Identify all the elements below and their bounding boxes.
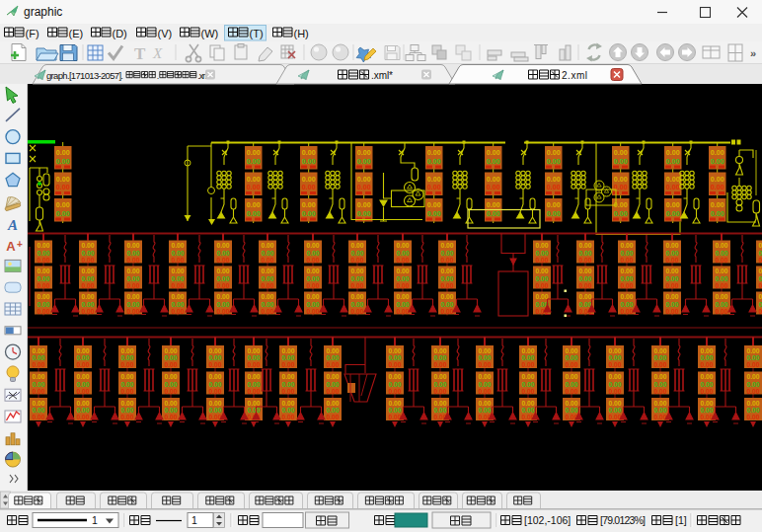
svg-text:A: A bbox=[6, 239, 16, 254]
svg-text:A: A bbox=[7, 217, 18, 233]
svg-text:1: 1 bbox=[92, 514, 98, 526]
svg-text:(W): (W) bbox=[201, 28, 219, 39]
svg-text:(F): (F) bbox=[26, 28, 39, 39]
svg-text:(T): (T) bbox=[250, 28, 264, 39]
svg-text:2.xml: 2.xml bbox=[562, 70, 587, 81]
svg-text:X: X bbox=[152, 45, 163, 61]
svg-text:(E): (E) bbox=[69, 28, 84, 39]
svg-text:[1]: [1] bbox=[675, 514, 687, 526]
svg-text:»: » bbox=[750, 47, 756, 59]
svg-text:graphic: graphic bbox=[24, 5, 62, 19]
svg-text:T: T bbox=[134, 44, 146, 63]
svg-text:.: . bbox=[157, 71, 160, 81]
svg-text:graph.[171013-2057].: graph.[171013-2057]. bbox=[46, 70, 123, 81]
svg-text:[102,-106]: [102,-106] bbox=[524, 514, 571, 526]
svg-text:[79.0123%]: [79.0123%] bbox=[600, 514, 646, 526]
svg-text:(H): (H) bbox=[294, 28, 309, 39]
svg-text:.xml*: .xml* bbox=[371, 70, 393, 81]
svg-text:1: 1 bbox=[191, 514, 197, 526]
svg-text:(V): (V) bbox=[158, 28, 173, 39]
svg-text:(D): (D) bbox=[113, 28, 127, 39]
svg-text:+: + bbox=[17, 239, 23, 250]
